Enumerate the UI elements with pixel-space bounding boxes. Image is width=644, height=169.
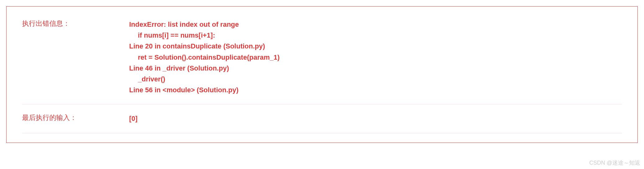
traceback-line: Line 56 in <module> (Solution.py): [129, 84, 280, 95]
traceback-line: Line 20 in containsDuplicate (Solution.p…: [129, 41, 280, 52]
error-info-label: 执行出错信息：: [22, 19, 129, 28]
traceback-line: IndexError: list index out of range: [129, 19, 280, 30]
error-traceback: IndexError: list index out of range if n…: [129, 19, 280, 95]
last-input-row: 最后执行的输入： [0]: [22, 113, 622, 133]
last-input-value: [0]: [129, 113, 138, 124]
last-input-label: 最后执行的输入：: [22, 113, 129, 122]
traceback-line: Line 46 in _driver (Solution.py): [129, 63, 280, 74]
error-info-row: 执行出错信息： IndexError: list index out of ra…: [22, 19, 622, 104]
traceback-line: ret = Solution().containsDuplicate(param…: [129, 52, 280, 63]
traceback-line: _driver(): [129, 74, 280, 84]
error-panel: 执行出错信息： IndexError: list index out of ra…: [6, 6, 638, 143]
traceback-line: if nums[i] == nums[i+1]:: [129, 30, 280, 41]
